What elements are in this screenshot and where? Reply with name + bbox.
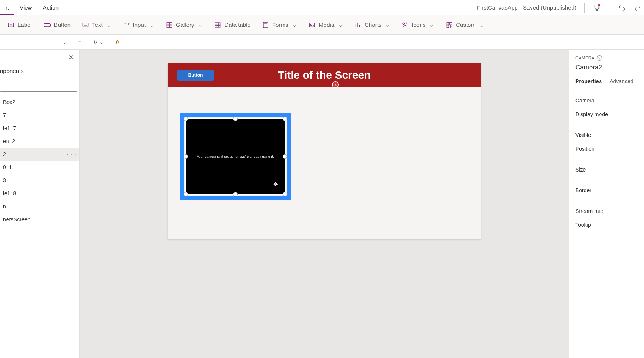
- ribbon-icons-button[interactable]: Icons ⌄: [400, 19, 436, 31]
- menubar-divider-2: [609, 3, 610, 13]
- resize-handle-se[interactable]: [283, 192, 287, 196]
- property-row[interactable]: Stream rate: [575, 204, 644, 218]
- resize-handle-sw[interactable]: [184, 192, 188, 196]
- tab-advanced[interactable]: Advanced: [610, 78, 633, 87]
- ribbon-datatable-button[interactable]: Data table: [213, 19, 252, 31]
- chevron-down-icon: ⌄: [150, 21, 154, 28]
- resize-handle-e[interactable]: [283, 154, 287, 159]
- property-row[interactable]: Size: [575, 163, 644, 177]
- property-selector[interactable]: ⌄: [0, 35, 72, 49]
- chevron-down-icon: ⌄: [480, 21, 485, 28]
- tree-item-label: le1_7: [3, 125, 16, 131]
- control-name[interactable]: Camera2: [575, 64, 644, 71]
- ribbon-label-text: Label: [18, 21, 32, 28]
- ribbon-custom-button[interactable]: Custom ⌄: [444, 19, 486, 31]
- resize-handle-s[interactable]: [233, 192, 238, 196]
- app-canvas[interactable]: Button Title of the Screen ✕ Your camera…: [168, 63, 481, 239]
- ribbon-forms-button[interactable]: Forms ⌄: [261, 19, 299, 31]
- spacer: [575, 197, 644, 204]
- menubar-left: rt View Action: [0, 1, 64, 14]
- search-input[interactable]: [0, 79, 77, 92]
- menu-view[interactable]: View: [14, 1, 37, 14]
- ribbon-text-button[interactable]: Abc Text ⌄: [80, 19, 113, 31]
- ribbon-charts-button[interactable]: Charts ⌄: [353, 19, 392, 31]
- tree-item[interactable]: n: [0, 200, 79, 213]
- tree-header: ✕: [0, 50, 79, 65]
- button-icon: [43, 21, 51, 28]
- datatable-icon: [214, 21, 221, 28]
- svg-point-0: [598, 4, 600, 6]
- charts-icon: [355, 21, 361, 28]
- ribbon-gallery-button[interactable]: Gallery ⌄: [164, 19, 205, 31]
- ribbon-input-button[interactable]: Input ⌄: [122, 19, 156, 31]
- close-icon[interactable]: ✕: [68, 53, 74, 62]
- tree-item[interactable]: Box2: [0, 96, 79, 109]
- svg-rect-5: [167, 22, 169, 25]
- chevron-down-icon: ⌄: [338, 21, 343, 28]
- move-cursor-icon: ✥: [273, 181, 278, 187]
- chevron-down-icon: ⌄: [99, 39, 104, 45]
- svg-rect-7: [167, 25, 169, 27]
- property-row[interactable]: Camera: [575, 94, 644, 107]
- ribbon-button-button[interactable]: Button: [42, 19, 72, 31]
- main-area: ✕ nponents Box27le1_7en_22· · ·0_13le1_8…: [0, 50, 644, 358]
- chevron-down-icon: ⌄: [429, 21, 434, 28]
- svg-rect-2: [44, 23, 50, 26]
- canvas-area[interactable]: Button Title of the Screen ✕ Your camera…: [80, 50, 569, 358]
- control-type-label: CAMERA ?: [575, 55, 644, 61]
- property-row[interactable]: Position: [575, 142, 644, 156]
- app-title: FirstCanvasApp - Saved (Unpublished): [477, 4, 577, 11]
- tree-item[interactable]: 7: [0, 109, 79, 122]
- tree-item-label: le1_8: [3, 190, 16, 196]
- tree-tab-components[interactable]: nponents: [0, 65, 79, 78]
- tree-item[interactable]: 3: [0, 174, 79, 187]
- resize-handle-w[interactable]: [184, 154, 188, 159]
- redo-icon[interactable]: [634, 1, 641, 15]
- error-badge-icon[interactable]: ✕: [332, 81, 339, 88]
- menubar: rt View Action FirstCanvasApp - Saved (U…: [0, 0, 644, 15]
- ribbon-media-button[interactable]: Media ⌄: [307, 19, 345, 31]
- ribbon-button-text: Button: [54, 21, 71, 28]
- property-row[interactable]: Visible: [575, 128, 644, 142]
- fx-button[interactable]: fx ⌄: [87, 35, 110, 49]
- ribbon-datatable-text: Data table: [224, 21, 250, 28]
- tree-item[interactable]: le1_8: [0, 187, 79, 200]
- svg-rect-6: [170, 22, 172, 25]
- spacer: [575, 177, 644, 183]
- tab-properties[interactable]: Properties: [575, 78, 602, 87]
- tree-item[interactable]: 0_1: [0, 161, 79, 174]
- tree-item[interactable]: en_2: [0, 135, 79, 148]
- menu-insert[interactable]: rt: [0, 1, 14, 15]
- tree-item[interactable]: le1_7: [0, 122, 79, 135]
- more-icon[interactable]: · · ·: [67, 151, 76, 157]
- property-rows: CameraDisplay modeVisiblePositionSizeBor…: [575, 94, 644, 232]
- tree-item[interactable]: nersScreen: [0, 213, 79, 226]
- menu-action[interactable]: Action: [37, 1, 64, 14]
- tree-item-label: n: [3, 203, 6, 210]
- canvas-button[interactable]: Button: [177, 70, 214, 81]
- ribbon-forms-text: Forms: [272, 21, 289, 28]
- ribbon-icons-text: Icons: [412, 21, 426, 28]
- property-row[interactable]: Border: [575, 183, 644, 197]
- undo-icon[interactable]: [615, 1, 629, 15]
- ribbon-charts-text: Charts: [365, 21, 381, 28]
- ribbon-label-button[interactable]: Label: [6, 19, 33, 31]
- help-icon[interactable]: ?: [597, 55, 602, 61]
- resize-handle-nw[interactable]: [184, 117, 188, 121]
- spacer: [575, 156, 644, 163]
- property-row[interactable]: Display mode: [575, 107, 644, 121]
- chevron-down-icon: ⌄: [292, 21, 297, 28]
- tree-item[interactable]: 2· · ·: [0, 148, 79, 161]
- custom-icon: [446, 21, 453, 28]
- resize-handle-ne[interactable]: [283, 117, 287, 121]
- svg-rect-9: [215, 23, 221, 27]
- camera-control[interactable]: Your camera isn't set up, or you're alre…: [185, 118, 286, 195]
- tree-item-label: 7: [3, 112, 6, 118]
- formula-input[interactable]: 0: [110, 35, 644, 49]
- property-row[interactable]: Tooltip: [575, 218, 644, 232]
- tree-item-label: nersScreen: [3, 216, 31, 223]
- label-icon: [8, 21, 15, 28]
- health-check-icon[interactable]: [590, 1, 604, 15]
- camera-control-selection[interactable]: Your camera isn't set up, or you're alre…: [180, 113, 291, 200]
- resize-handle-n[interactable]: [233, 117, 238, 121]
